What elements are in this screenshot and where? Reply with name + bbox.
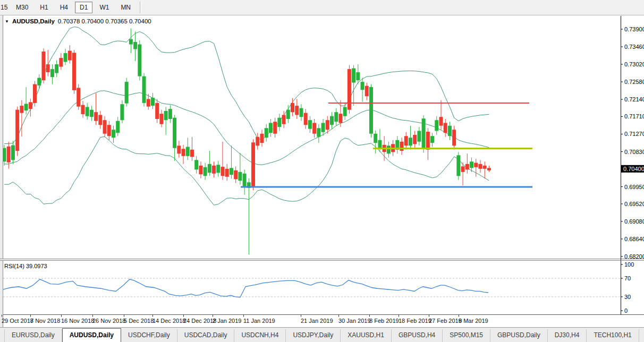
svg-text:24 Dec 2018: 24 Dec 2018 bbox=[183, 318, 216, 324]
timeframe-button-MN[interactable]: MN bbox=[116, 2, 135, 13]
svg-text:0.70400: 0.70400 bbox=[623, 166, 644, 172]
svg-text:0.73020: 0.73020 bbox=[624, 61, 644, 67]
svg-text:8 Feb 2019: 8 Feb 2019 bbox=[369, 318, 399, 324]
svg-text:0.70830: 0.70830 bbox=[624, 149, 644, 155]
chart-tab-AUDUSD-Daily[interactable]: AUDUSD,Daily bbox=[62, 328, 121, 342]
chart-tab-USDCAD-Daily[interactable]: USDCAD,Daily bbox=[177, 329, 235, 342]
timeframe-button-H4[interactable]: H4 bbox=[55, 2, 73, 13]
timeframe-button-15[interactable]: 15 bbox=[0, 2, 9, 13]
chart-tab-TECH100-H1[interactable]: TECH100,H1 bbox=[587, 329, 639, 342]
svg-text:18 Feb 2019: 18 Feb 2019 bbox=[399, 318, 431, 324]
svg-text:0.73900: 0.73900 bbox=[624, 26, 644, 32]
timeframe-button-H1[interactable]: H1 bbox=[35, 2, 53, 13]
chart-tab-USDJPY-Daily[interactable]: USDJPY,Daily bbox=[286, 329, 341, 342]
svg-text:11 Jan 2019: 11 Jan 2019 bbox=[243, 318, 275, 324]
chart-tab-XAUUSD-H1[interactable]: XAUUSD,H1 bbox=[341, 329, 392, 342]
svg-text:5 Dec 2018: 5 Dec 2018 bbox=[124, 318, 154, 324]
svg-text:29 Oct 2018: 29 Oct 2018 bbox=[2, 318, 33, 324]
svg-text:26 Nov 2018: 26 Nov 2018 bbox=[92, 318, 125, 324]
symbol-period-label: AUDUSD,Daily bbox=[12, 18, 55, 24]
svg-text:70: 70 bbox=[624, 275, 631, 281]
svg-text:7 Nov 2018: 7 Nov 2018 bbox=[30, 318, 60, 324]
timeframe-toolbar: 15M30H1H4D1W1MN bbox=[0, 0, 644, 15]
svg-text:27 Feb 2019: 27 Feb 2019 bbox=[429, 318, 462, 324]
svg-text:0.71270: 0.71270 bbox=[624, 131, 644, 137]
chart-tab-DJ30-H4[interactable]: DJ30,H4 bbox=[548, 329, 587, 342]
svg-text:0.73460: 0.73460 bbox=[624, 44, 644, 50]
chart-canvas[interactable]: 0.739000.734600.730200.725800.721400.717… bbox=[0, 15, 644, 327]
rsi-indicator-label: RSI(14) 39.0973 bbox=[4, 263, 47, 269]
timeframe-button-D1[interactable]: D1 bbox=[75, 2, 92, 13]
svg-text:2 Jan 2019: 2 Jan 2019 bbox=[213, 318, 241, 324]
svg-text:0.68640: 0.68640 bbox=[624, 236, 644, 242]
svg-text:8 Mar 2019: 8 Mar 2019 bbox=[459, 318, 488, 324]
svg-text:0.72140: 0.72140 bbox=[624, 96, 644, 102]
timeframe-button-M30[interactable]: M30 bbox=[11, 2, 33, 13]
chart-tab-USDCHF-Daily[interactable]: USDCHF,Daily bbox=[121, 329, 177, 342]
ohlc-values: 0.70378 0.70400 0.70365 0.70400 bbox=[58, 18, 151, 24]
svg-text:0.71710: 0.71710 bbox=[624, 113, 644, 119]
svg-text:30 Jan 2019: 30 Jan 2019 bbox=[338, 318, 371, 324]
chart-window[interactable]: 0.739000.734600.730200.725800.721400.717… bbox=[0, 15, 644, 327]
chart-tab-SP500-M15[interactable]: SP500,M15 bbox=[443, 329, 490, 342]
svg-text:0.72580: 0.72580 bbox=[624, 79, 644, 85]
svg-text:0.69520: 0.69520 bbox=[624, 201, 644, 207]
chart-tab-UKC[interactable]: UKC bbox=[639, 329, 644, 342]
toolbar-separator bbox=[140, 2, 142, 13]
svg-text:100: 100 bbox=[624, 261, 634, 268]
svg-text:16 Nov 2018: 16 Nov 2018 bbox=[61, 318, 94, 324]
chart-tab-GBPUSD-H4[interactable]: GBPUSD,H4 bbox=[392, 329, 443, 342]
symbol-dropdown-icon[interactable]: ▼ bbox=[5, 19, 9, 24]
chart-tab-EURUSD-Daily[interactable]: EURUSD,Daily bbox=[4, 329, 62, 342]
chart-tab-bar: EURUSD,DailyAUDUSD,DailyUSDCHF,DailyUSDC… bbox=[0, 327, 644, 342]
svg-text:30: 30 bbox=[624, 294, 631, 300]
svg-text:0: 0 bbox=[624, 307, 628, 314]
chart-tab-USDCNH-H4[interactable]: USDCNH,H4 bbox=[234, 329, 286, 342]
timeframe-button-W1[interactable]: W1 bbox=[95, 2, 114, 13]
svg-text:0.69950: 0.69950 bbox=[624, 184, 644, 190]
svg-text:21 Jan 2019: 21 Jan 2019 bbox=[301, 318, 333, 324]
quote-line: ▼ AUDUSD,Daily 0.70378 0.70400 0.70365 0… bbox=[5, 18, 151, 24]
svg-text:14 Dec 2018: 14 Dec 2018 bbox=[152, 318, 185, 324]
mt4-application-window: 15M30H1H4D1W1MN 0.739000.734600.730200.7… bbox=[0, 0, 644, 342]
svg-text:0.69080: 0.69080 bbox=[624, 218, 644, 225]
svg-text:0.68200: 0.68200 bbox=[624, 253, 644, 260]
chart-tab-GBPUSD-Daily[interactable]: GBPUSD,Daily bbox=[490, 329, 548, 342]
